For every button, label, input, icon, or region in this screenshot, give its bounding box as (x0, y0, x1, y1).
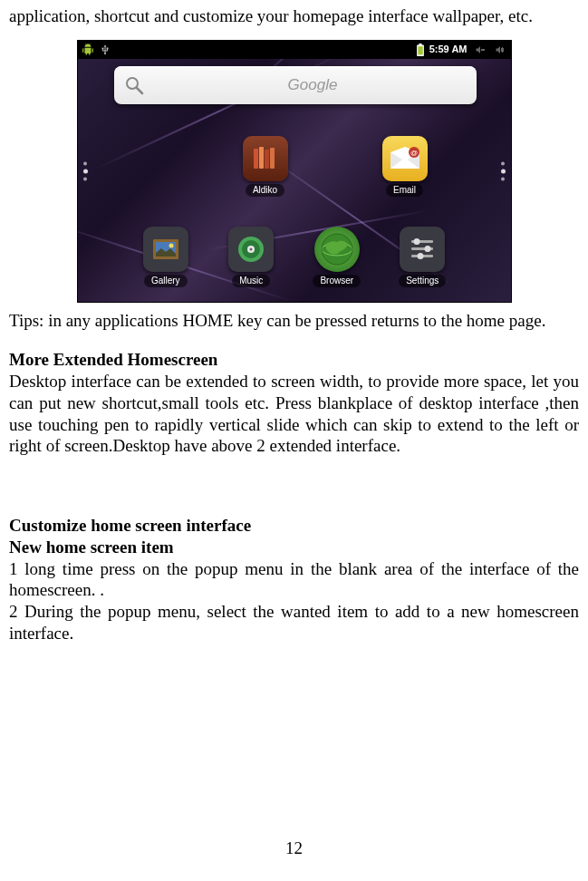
search-bar[interactable]: Google (114, 66, 477, 104)
intro-text: application, shortcut and customize your… (9, 5, 579, 27)
search-icon (123, 74, 145, 96)
settings-icon (400, 227, 445, 272)
section-customize-head: Customize home screen interface (9, 515, 579, 537)
svg-text:@: @ (410, 149, 417, 157)
svg-point-27 (418, 253, 424, 259)
svg-rect-9 (270, 148, 275, 169)
svg-rect-0 (418, 46, 422, 54)
search-placeholder: Google (152, 75, 474, 94)
browser-icon (314, 227, 360, 272)
section-more-extended-head: More Extended Homescreen (9, 349, 579, 371)
tips-text: Tips: in any applications HOME key can b… (9, 310, 579, 332)
app-label: Settings (399, 275, 446, 288)
step-1: 1 long time press on the popup menu in t… (9, 558, 579, 602)
app-email[interactable]: @ Email (369, 136, 441, 198)
svg-rect-1 (481, 49, 485, 51)
svg-rect-7 (259, 147, 264, 169)
pager-right[interactable] (501, 161, 506, 180)
app-label: Email (386, 184, 423, 198)
svg-point-14 (169, 243, 173, 247)
svg-line-5 (137, 88, 142, 93)
svg-rect-8 (265, 150, 269, 169)
app-label: Gallery (144, 275, 188, 288)
svg-point-25 (425, 246, 431, 252)
aldiko-icon (243, 136, 288, 181)
app-browser[interactable]: Browser (301, 227, 373, 288)
email-icon: @ (382, 136, 428, 181)
svg-point-18 (250, 247, 253, 250)
app-label: Aldiko (246, 184, 284, 198)
gallery-icon (143, 227, 188, 272)
app-settings[interactable]: Settings (386, 227, 458, 288)
page-number: 12 (0, 837, 588, 859)
svg-point-23 (414, 238, 420, 245)
android-icon (82, 44, 94, 56)
music-icon (228, 227, 274, 272)
app-label: Browser (313, 275, 361, 288)
svg-rect-3 (501, 49, 504, 51)
status-time: 5:59 AM (429, 44, 468, 56)
screenshot-container: 5:59 AM Google (9, 40, 579, 308)
usb-icon (100, 44, 111, 55)
pager-left[interactable] (83, 161, 88, 180)
svg-rect-6 (254, 149, 258, 169)
home-screen-screenshot: 5:59 AM Google (77, 40, 512, 303)
section-more-extended-body: Desktop interface can be extended to scr… (9, 371, 579, 457)
step-2: 2 During the popup menu, select the want… (9, 601, 579, 644)
app-aldiko[interactable]: Aldiko (229, 136, 302, 198)
volume-up-icon (493, 44, 507, 55)
app-gallery[interactable]: Gallery (130, 227, 202, 288)
app-music[interactable]: Music (215, 227, 287, 288)
app-label: Music (232, 275, 270, 288)
volume-down-icon (473, 44, 487, 55)
status-bar: 5:59 AM (78, 41, 511, 59)
section-newitem-sub: New home screen item (9, 537, 579, 558)
battery-icon (417, 44, 424, 56)
